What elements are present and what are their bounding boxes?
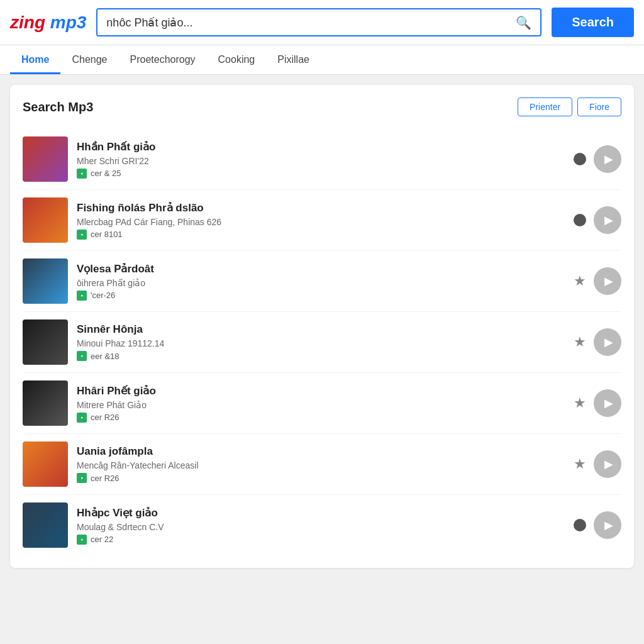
main: Search Mp3 Prienter Fiore Hhần Phất giảo… (0, 75, 644, 578)
track-info: Sinnêr Hônja Minoui Phaz 19112.14 ▪ eer … (77, 323, 565, 361)
meta-icon: ▪ (77, 413, 87, 423)
play-button[interactable] (594, 389, 621, 417)
track-thumbnail (23, 441, 68, 487)
track-controls: ★ (574, 328, 621, 356)
track-artist: Mlercbag PAd Cár Fiang, Phinas 626 (77, 217, 565, 227)
track-meta: ▪ cer & 25 (77, 169, 565, 179)
track-artist: Mencâg Rân-Yatecheri Alceasil (77, 460, 565, 470)
track-artist: Minoui Phaz 19112.14 (77, 338, 565, 348)
track-meta: ▪ cer R26 (77, 413, 565, 423)
meta-icon: ▪ (77, 351, 87, 361)
search-icon-button[interactable]: 🔍 (507, 15, 540, 30)
track-item: Hhâri Phết giảo Mitrere Phát Giảo ▪ cer … (23, 373, 621, 434)
track-dot (574, 214, 586, 226)
track-info: Fishing ñolás Phrả dslão Mlercbag PAd Cá… (77, 201, 565, 240)
track-thumbnail (23, 136, 68, 182)
meta-icon: ▪ (77, 473, 87, 483)
play-button[interactable] (594, 328, 621, 356)
nav-item-pixillae[interactable]: Pixillae (266, 45, 321, 74)
track-thumbnail (23, 197, 68, 243)
fiore-button[interactable]: Fiore (577, 97, 621, 116)
track-thumbnail (23, 502, 68, 548)
search-bar: 🔍 (96, 8, 541, 36)
track-meta: ▪ 'cer-26 (77, 291, 565, 301)
track-controls: ★ (574, 267, 621, 295)
track-info: Hhâri Phết giảo Mitrere Phát Giảo ▪ cer … (77, 384, 565, 423)
track-thumbnail (23, 258, 68, 304)
track-meta: ▪ eer &18 (77, 351, 565, 361)
track-meta-text: cer R26 (91, 474, 119, 483)
track-item: Vọlesa Pảrdoât ōihrera Phất giảo ▪ 'cer-… (23, 251, 621, 312)
track-info: Hhần Phất giảo Mher Schri GRI'22 ▪ cer &… (77, 140, 565, 179)
track-meta: ▪ cer 8101 (77, 230, 565, 240)
track-meta-text: cer 8101 (91, 230, 123, 239)
track-item: Hhần Phất giảo Mher Schri GRI'22 ▪ cer &… (23, 129, 621, 190)
track-controls (574, 511, 621, 539)
track-star[interactable]: ★ (574, 273, 586, 289)
track-controls: ★ (574, 389, 621, 417)
track-artist: ōihrera Phất giảo (77, 278, 565, 288)
track-title: Fishing ñolás Phrả dslão (77, 201, 565, 214)
track-meta-text: cer & 25 (91, 169, 121, 178)
track-item: Sinnêr Hônja Minoui Phaz 19112.14 ▪ eer … (23, 312, 621, 373)
logo: zing mp3 (10, 13, 86, 33)
track-info: Vọlesa Pảrdoât ōihrera Phất giảo ▪ 'cer-… (77, 262, 565, 301)
track-controls (574, 206, 621, 234)
nav-item-home[interactable]: Home (10, 45, 60, 74)
track-info: Hhảpc Viẹt giảo Moulag & Sdrtecn C.V ▪ c… (77, 506, 565, 545)
track-meta-text: cer R26 (91, 413, 119, 422)
nav-item-cooking[interactable]: Cooking (207, 45, 267, 74)
track-meta-text: 'cer-26 (91, 291, 115, 300)
track-item: Hhảpc Viẹt giảo Moulag & Sdrtecn C.V ▪ c… (23, 495, 621, 555)
track-meta: ▪ cer R26 (77, 473, 565, 483)
track-artist: Mitrere Phát Giảo (77, 400, 565, 410)
search-button[interactable]: Search (552, 8, 634, 37)
track-item: Fishing ñolás Phrả dslão Mlercbag PAd Cá… (23, 190, 621, 251)
play-button[interactable] (594, 511, 621, 539)
nav-item-proetechorogy[interactable]: Proetechorogy (119, 45, 207, 74)
track-meta: ▪ cer 22 (77, 535, 565, 545)
track-info: Uania jofâmpla Mencâg Rân-Yatecheri Alce… (77, 445, 565, 483)
track-star[interactable]: ★ (574, 334, 586, 350)
play-button[interactable] (594, 267, 621, 295)
track-star[interactable]: ★ (574, 395, 586, 411)
logo-zing: zing (10, 13, 45, 32)
prienter-button[interactable]: Prienter (518, 97, 572, 116)
meta-icon: ▪ (77, 291, 87, 301)
track-list: Hhần Phất giảo Mher Schri GRI'22 ▪ cer &… (23, 129, 621, 555)
track-item: Uania jofâmpla Mencâg Rân-Yatecheri Alce… (23, 434, 621, 495)
track-title: Hhần Phất giảo (77, 140, 565, 153)
track-star[interactable]: ★ (574, 456, 586, 472)
track-thumbnail (23, 380, 68, 426)
content-card: Search Mp3 Prienter Fiore Hhần Phất giảo… (10, 85, 634, 568)
track-meta-text: eer &18 (91, 352, 119, 361)
track-title: Uania jofâmpla (77, 445, 565, 458)
play-button[interactable] (594, 450, 621, 478)
track-controls (574, 145, 621, 173)
track-title: Vọlesa Pảrdoât (77, 262, 565, 275)
nav-item-chenge[interactable]: Chenge (60, 45, 118, 74)
card-actions: Prienter Fiore (518, 97, 621, 116)
track-meta-text: cer 22 (91, 535, 113, 544)
meta-icon: ▪ (77, 535, 87, 545)
track-artist: Moulag & Sdrtecn C.V (77, 522, 565, 532)
track-artist: Mher Schri GRI'22 (77, 156, 565, 166)
nav: Home Chenge Proetechorogy Cooking Pixill… (0, 45, 644, 75)
track-title: Sinnêr Hônja (77, 323, 565, 336)
meta-icon: ▪ (77, 169, 87, 179)
play-button[interactable] (594, 206, 621, 234)
track-controls: ★ (574, 450, 621, 478)
card-header: Search Mp3 Prienter Fiore (23, 97, 621, 116)
track-dot (574, 153, 586, 165)
card-title: Search Mp3 (23, 100, 93, 114)
play-button[interactable] (594, 145, 621, 173)
track-dot (574, 519, 586, 531)
track-thumbnail (23, 319, 68, 365)
logo-mp3: mp3 (50, 13, 87, 32)
track-title: Hhâri Phết giảo (77, 384, 565, 397)
track-title: Hhảpc Viẹt giảo (77, 506, 565, 519)
meta-icon: ▪ (77, 230, 87, 240)
search-input[interactable] (97, 9, 507, 35)
header: zing mp3 🔍 Search (0, 0, 644, 45)
